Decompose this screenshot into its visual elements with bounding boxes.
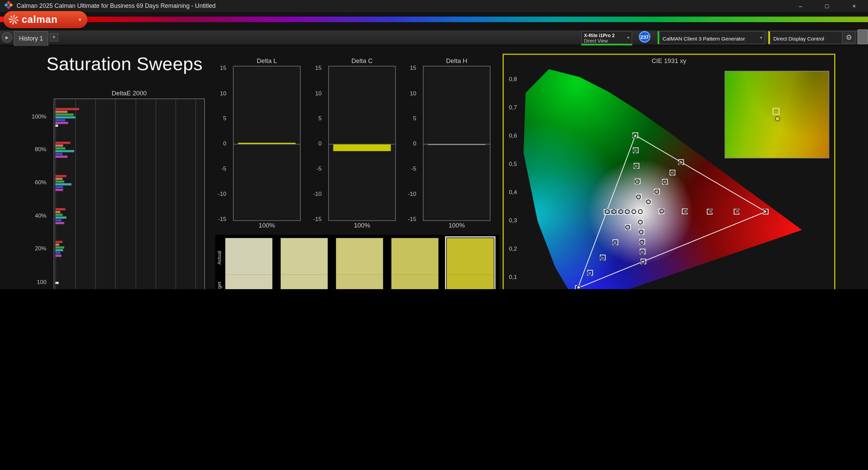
cie-measured-marker <box>670 171 675 175</box>
cie-y-tick-label: 0,1 <box>509 274 517 280</box>
deltae-bar <box>56 252 61 254</box>
deltae-gridline <box>95 99 96 289</box>
deltae-bar <box>56 124 58 127</box>
cie-y-tick-label: 0,8 <box>509 76 517 82</box>
deltae-bar <box>56 249 63 251</box>
deltae-bar <box>56 214 63 216</box>
deltae-chart-title: DeltaE 2000 <box>54 90 205 96</box>
meter-dropdown[interactable]: X-Rite i1Pro 2 Direct View ▼ <box>581 31 632 45</box>
pattern-dropdown[interactable]: CalMAN Client 3 Pattern Generator ▼ <box>658 31 765 44</box>
delta-ylabel: 10 <box>211 90 228 96</box>
delta-c-ylabels: 151050-5-10-15 <box>308 66 326 221</box>
add-tab-button[interactable]: + <box>50 33 58 42</box>
cie-measured-marker <box>577 285 581 289</box>
deltae-ylabel: 60% <box>22 179 49 186</box>
delta-ylabel: -10 <box>401 190 419 197</box>
cie-measured-marker <box>663 180 667 184</box>
deltae-bar <box>56 211 61 213</box>
deltae-ylabel: 80% <box>22 145 49 152</box>
cie-measured-marker <box>763 209 767 214</box>
deltae-bar <box>56 244 60 246</box>
spectrum-strip <box>0 17 868 22</box>
deltae-bar <box>56 241 63 243</box>
delta-l-plot <box>233 66 300 221</box>
delta-c-xlabel: 100% <box>328 222 396 229</box>
deltae-bar <box>56 208 65 210</box>
deltae-bar <box>56 144 63 147</box>
cie-y-tick-label: 0,3 <box>509 217 517 224</box>
restore-button[interactable]: □ <box>814 0 840 12</box>
cie-measured-marker <box>619 210 623 214</box>
inset-measured-marker <box>775 116 780 121</box>
deltae-bar <box>56 113 74 115</box>
deltae-bar <box>56 110 67 113</box>
cie-zoom-inset <box>725 71 829 158</box>
pattern-generator-label: CalMAN Client 3 Pattern Generator <box>659 35 745 42</box>
cie-measured-marker <box>635 180 640 184</box>
close-button[interactable]: × <box>840 0 868 12</box>
tab-history-1[interactable]: History 1 <box>14 31 48 46</box>
deltae-gridline <box>56 99 56 289</box>
deltae-bar <box>56 282 59 284</box>
deltae-gridline <box>155 99 156 289</box>
cie-measured-marker <box>683 209 688 214</box>
delta-ylabel: 0 <box>306 140 324 146</box>
side-panel-toggle[interactable] <box>857 29 868 44</box>
cie-measured-marker <box>735 209 739 214</box>
delta-ylabel: 10 <box>401 90 419 96</box>
calman-menu-button[interactable]: calman ▼ <box>3 11 88 28</box>
cie-measured-marker <box>625 210 629 214</box>
app-icon <box>3 1 14 11</box>
deltae-bar <box>56 175 66 177</box>
deltae-bar <box>56 217 66 219</box>
delta-ylabel: -5 <box>401 165 419 172</box>
deltae-bar <box>56 122 68 124</box>
delta-ylabel: 15 <box>211 64 228 71</box>
cie-measured-marker <box>632 210 636 214</box>
settings-button[interactable]: ⚙ <box>842 31 856 43</box>
actual-swatch <box>391 238 438 275</box>
deltae-bar <box>56 222 64 224</box>
target-swatch <box>391 275 438 289</box>
minimize-button[interactable]: – <box>787 0 814 12</box>
page-title: Saturation Sweeps <box>47 54 203 75</box>
cie-y-tick-label: 0,2 <box>509 246 517 252</box>
cie-measured-marker <box>605 210 610 214</box>
window-title: Calman 2025 Calman Ultimate for Business… <box>17 2 216 9</box>
chevron-down-icon: ▼ <box>627 36 630 40</box>
delta-h-ylabels: 151050-5-10-15 <box>403 66 421 221</box>
target-swatch <box>336 275 383 289</box>
target-swatch <box>281 275 328 289</box>
actual-swatch <box>225 238 272 275</box>
actual-swatch <box>281 238 328 275</box>
deltae-bar <box>56 255 62 257</box>
delta-ylabel: 10 <box>306 90 324 96</box>
cie-measured-marker <box>639 230 643 234</box>
cie-measured-marker <box>633 134 637 138</box>
deltae-bar <box>56 189 63 191</box>
deltae-bar <box>56 147 65 150</box>
delta-ylabel: -15 <box>401 215 419 222</box>
delta-ylabel: -15 <box>211 215 228 222</box>
minimize-icon: – <box>799 3 802 10</box>
deltae-bar <box>56 153 63 155</box>
cie-measured-marker <box>638 220 643 224</box>
delta-ylabel: 0 <box>401 140 419 146</box>
deltae-bar <box>56 186 63 188</box>
cie-measured-marker <box>600 256 604 260</box>
swatch-panel: Actual Target 20%40%60%80%100% <box>215 235 499 289</box>
meter-status-badge: 237 <box>639 31 650 43</box>
delta-ylabel: 5 <box>306 114 324 121</box>
delta-value-bar <box>333 144 391 151</box>
deltae-bar <box>56 142 70 144</box>
history-play-icon: ▶ <box>5 35 9 40</box>
delta-ylabel: -15 <box>306 215 324 222</box>
delta-l-xlabel: 100% <box>233 222 300 229</box>
cie-measured-marker <box>638 210 643 214</box>
deltae-bar <box>56 119 65 121</box>
cie-chart-panel[interactable]: CIE 1931 xy <box>503 54 835 289</box>
gear-icon: ⚙ <box>846 33 852 41</box>
app-window: Calman 2025 Calman Ultimate for Business… <box>0 0 868 289</box>
cie-y-tick-label: 0,4 <box>509 189 517 195</box>
history-panel-toggle[interactable]: ▶ <box>2 32 12 43</box>
